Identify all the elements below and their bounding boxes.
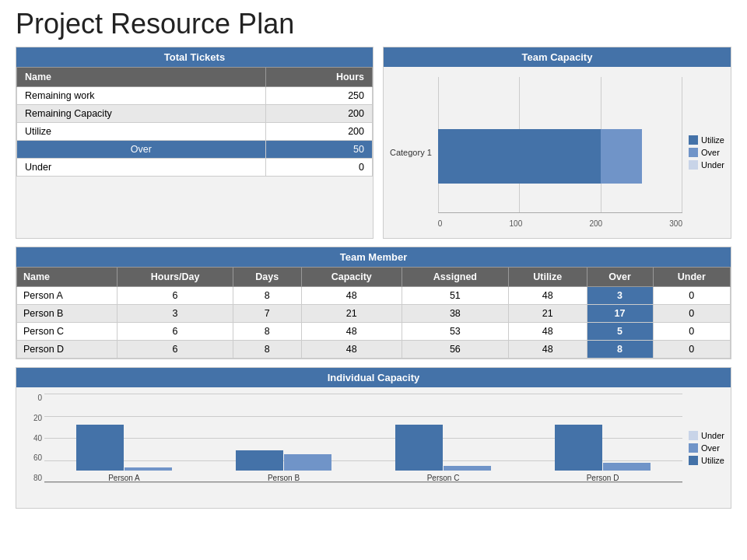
tt-cell-name: Utilize [17, 123, 266, 141]
tt-cell-name: Over [17, 141, 266, 159]
hbar-row [438, 122, 682, 190]
tt-row: Remaining Capacity200 [17, 105, 373, 123]
tm-cell-value: 0 [653, 323, 730, 341]
person-bar-group: Person A [44, 394, 204, 482]
tm-cell-value: 3 [587, 287, 653, 305]
tm-cell-value: 17 [587, 305, 653, 323]
vbar-over [444, 466, 491, 471]
tt-col-name: Name [17, 68, 266, 87]
ind-legend-label: Utilize [701, 456, 724, 465]
tt-row: Remaining work250 [17, 87, 373, 105]
legend-label: Utilize [701, 135, 724, 145]
tm-cell-value: 6 [117, 341, 233, 359]
vbar-utilize [236, 450, 283, 471]
tm-row: Person B37213821170 [17, 305, 731, 323]
tt-row: Over50 [17, 141, 373, 159]
hbar-x-axis: 0100200300 [438, 212, 682, 228]
tm-cell-value: 8 [233, 341, 301, 359]
legend-item: Under [689, 160, 724, 170]
vbar-y-tick: 60 [23, 453, 42, 462]
person-bars [555, 394, 651, 471]
tt-col-hours: Hours [265, 68, 372, 87]
tt-cell-hours: 200 [265, 105, 372, 123]
ind-legend-label: Over [701, 443, 720, 453]
hbar-segment-over [601, 129, 641, 184]
team-capacity-header: Team Capacity [384, 47, 731, 67]
team-member-header: Team Member [16, 247, 731, 267]
tm-cell-value: 48 [508, 287, 587, 305]
tm-col-header: Name [17, 268, 117, 287]
vbar-y-tick: 40 [23, 434, 42, 443]
vbar-y-axis: 806040200 [23, 394, 42, 482]
person-bars [395, 394, 491, 471]
legend-box [689, 148, 698, 157]
hbar-x-tick: 100 [510, 219, 523, 228]
ind-legend-box [689, 456, 698, 465]
tm-cell-value: 0 [653, 287, 730, 305]
total-tickets-table: Name Hours Remaining work250Remaining Ca… [16, 67, 373, 177]
tm-cell-value: 8 [233, 323, 301, 341]
tm-cell-value: 0 [653, 305, 730, 323]
team-capacity-panel: Team Capacity Category 1 0100200300 Util… [383, 47, 731, 239]
tm-cell-value: 7 [233, 305, 301, 323]
individual-capacity-panel: Individual Capacity 806040200Person APer… [16, 367, 731, 509]
ind-legend-item: Utilize [689, 456, 724, 465]
tt-row: Under0 [17, 159, 373, 177]
tm-cell-value: 51 [402, 287, 508, 305]
tm-cell-value: 6 [117, 287, 233, 305]
page-title: Project Resource Plan [16, 8, 731, 40]
vbar-over [284, 454, 331, 471]
tm-col-header: Utilize [508, 268, 587, 287]
ind-legend-box [689, 431, 698, 440]
legend-label: Under [701, 160, 724, 170]
team-capacity-legend: UtilizeOverUnder [689, 135, 724, 170]
tm-cell-value: 8 [587, 341, 653, 359]
tm-cell-value: 53 [402, 323, 508, 341]
tm-cell-value: 3 [117, 305, 233, 323]
tm-cell-value: 21 [301, 305, 402, 323]
person-bar-group: Person B [204, 394, 363, 482]
tm-cell-value: 6 [117, 323, 233, 341]
tm-cell-name: Person C [17, 323, 117, 341]
ind-capacity-legend: UnderOverUtilize [689, 394, 724, 502]
person-bar-label: Person D [587, 474, 619, 482]
tm-cell-value: 8 [233, 287, 301, 305]
person-bar-group: Person C [363, 394, 523, 482]
tm-row: Person D6848564880 [17, 341, 731, 359]
tt-cell-hours: 200 [265, 123, 372, 141]
hbar-x-tick: 0 [438, 219, 443, 228]
tm-cell-value: 48 [508, 341, 587, 359]
tm-cell-value: 5 [587, 323, 653, 341]
tm-cell-name: Person D [17, 341, 117, 359]
person-bar-label: Person A [108, 474, 140, 482]
person-bar-label: Person C [427, 474, 460, 482]
tm-col-header: Assigned [402, 268, 508, 287]
total-tickets-panel: Total Tickets Name Hours Remaining work2… [16, 47, 374, 239]
ind-legend-item: Under [689, 431, 724, 440]
team-capacity-chart: Category 1 0100200300 UtilizeOverUnder [384, 67, 731, 238]
vbar-y-tick: 80 [23, 474, 42, 482]
person-bars [76, 394, 172, 471]
legend-label: Over [701, 148, 720, 157]
tm-col-header: Capacity [301, 268, 402, 287]
tm-col-header: Over [587, 268, 653, 287]
tm-cell-value: 21 [508, 305, 587, 323]
person-bar-group: Person D [523, 394, 682, 482]
team-member-table: NameHours/DayDaysCapacityAssignedUtilize… [16, 267, 731, 359]
vbar-content: Person APerson BPerson CPerson D [44, 394, 682, 482]
hbar-x-tick: 200 [589, 219, 602, 228]
tm-col-header: Under [653, 268, 730, 287]
ind-legend-box [689, 443, 698, 453]
tm-cell-value: 56 [402, 341, 508, 359]
tm-row: Person C6848534850 [17, 323, 731, 341]
legend-box [689, 160, 698, 170]
team-member-panel: Team Member NameHours/DayDaysCapacityAss… [16, 247, 731, 359]
tm-cell-value: 48 [301, 287, 402, 305]
individual-capacity-chart: 806040200Person APerson BPerson CPerson … [16, 387, 731, 508]
tm-cell-name: Person B [17, 305, 117, 323]
ind-legend-item: Over [689, 443, 724, 453]
vbar-utilize [76, 425, 124, 471]
vbar-gridline-h [44, 482, 682, 483]
vbar-utilize [555, 425, 602, 471]
tt-row: Utilize200 [17, 123, 373, 141]
